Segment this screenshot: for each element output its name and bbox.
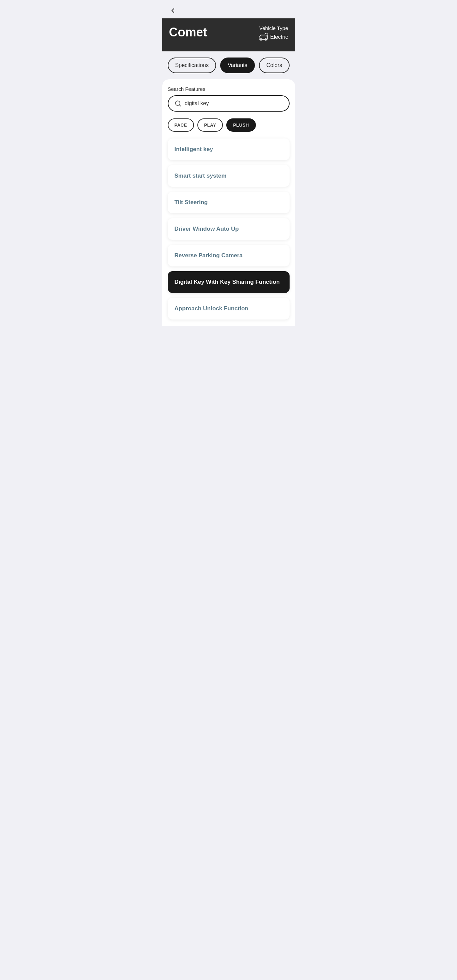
feature-item-label: Smart start system (175, 172, 227, 179)
feature-item-label: Digital Key With Key Sharing Function (175, 279, 280, 285)
header-section: Comet Vehicle Type ? Electric (162, 18, 295, 51)
tabs-section: Specifications Variants Colors (162, 51, 295, 79)
electric-vehicle-icon: ? (259, 32, 268, 42)
electric-text: Electric (270, 34, 288, 40)
variant-plush-button[interactable]: PLUSH (226, 118, 256, 132)
feature-item-reverse-camera[interactable]: Reverse Parking Camera (168, 245, 290, 266)
vehicle-type-value: ? Electric (259, 32, 288, 42)
vehicle-type-label: Vehicle Type (259, 25, 288, 31)
variant-pace-button[interactable]: PACE (168, 118, 194, 132)
feature-item-approach-unlock[interactable]: Approach Unlock Function (168, 298, 290, 320)
svg-text:?: ? (266, 34, 267, 37)
back-arrow-icon (169, 7, 177, 14)
search-input-wrapper (168, 95, 290, 111)
tab-specifications[interactable]: Specifications (168, 57, 217, 73)
search-input[interactable] (185, 100, 283, 107)
search-icon (175, 100, 182, 107)
feature-item-digital-key[interactable]: Digital Key With Key Sharing Function (168, 271, 290, 293)
top-bar (162, 0, 295, 18)
car-title: Comet (169, 25, 207, 40)
main-card: Search Features PACE PLAY PLUSH Intellig… (162, 79, 295, 326)
feature-item-label: Driver Window Auto Up (175, 226, 239, 232)
feature-item-intelligent-key[interactable]: Intelligent key (168, 138, 290, 160)
back-button[interactable] (168, 5, 178, 16)
search-features-label: Search Features (168, 86, 290, 92)
vehicle-type-box: Vehicle Type ? Electric (259, 25, 288, 42)
variant-play-button[interactable]: PLAY (197, 118, 223, 132)
feature-item-label: Reverse Parking Camera (175, 252, 243, 259)
feature-item-label: Tilt Steering (175, 199, 208, 205)
feature-item-tilt-steering[interactable]: Tilt Steering (168, 192, 290, 213)
feature-item-driver-window[interactable]: Driver Window Auto Up (168, 218, 290, 240)
tab-variants[interactable]: Variants (220, 57, 255, 73)
feature-item-label: Intelligent key (175, 146, 213, 153)
tab-colors[interactable]: Colors (259, 57, 290, 73)
variant-filters: PACE PLAY PLUSH (168, 118, 290, 132)
svg-line-6 (179, 105, 180, 106)
feature-item-smart-start[interactable]: Smart start system (168, 165, 290, 187)
feature-item-label: Approach Unlock Function (175, 305, 248, 312)
feature-list: Intelligent key Smart start system Tilt … (168, 138, 290, 320)
